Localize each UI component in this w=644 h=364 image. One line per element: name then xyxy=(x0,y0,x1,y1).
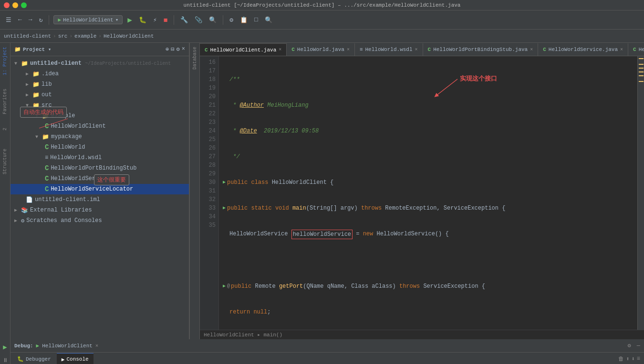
run-config-dropdown[interactable]: ▶ HelloWorldClient ▾ xyxy=(53,15,123,24)
tree-item-out[interactable]: ▶ 📁 out xyxy=(10,90,189,100)
tree-item-hwservice[interactable]: C HelloWorldService 这个很重要 xyxy=(10,173,189,184)
scroll-mark-3 xyxy=(639,68,644,69)
tree-item-lib[interactable]: ▶ 📁 lib xyxy=(10,79,189,90)
tab-label-wsdl: HelloWorld.wsdl xyxy=(365,47,413,52)
panel-label-2[interactable]: 2 xyxy=(2,128,8,131)
sidebar-actions: ⊕ ⊟ ⚙ × xyxy=(166,46,185,53)
editor-breadcrumb-text: HelloWorldClient ▸ main() xyxy=(204,332,282,338)
tree-item-stub[interactable]: C HelloWorldPortBindingStub xyxy=(10,163,189,173)
tab-close-hw[interactable]: × xyxy=(347,47,350,52)
tree-item-root[interactable]: ▼ 📁 untitled-client ~/IdeaProjects/untit… xyxy=(10,58,189,69)
arrow-21[interactable]: ▶ xyxy=(223,204,226,212)
minimize-button[interactable] xyxy=(12,2,18,8)
arrow-20[interactable]: ▶ xyxy=(223,178,226,187)
console-clear-btn[interactable]: 🗑 xyxy=(618,355,624,363)
tab-hwservice[interactable]: C HelloWorldService.java × xyxy=(538,43,628,56)
tree-item-ext-libs[interactable]: ▶ 📚 External Libraries xyxy=(10,205,189,215)
profile-button[interactable]: ⚡ xyxy=(151,15,159,25)
debug-panel-close[interactable]: — xyxy=(637,343,640,349)
extra-btn2[interactable]: 📋 xyxy=(238,15,249,25)
panel-label-favorites[interactable]: Favorites xyxy=(2,89,8,114)
code-line-17: * @Author MeiHongLiang xyxy=(223,101,634,110)
tree-item-mypackage[interactable]: ▼ 📁 mypackage xyxy=(10,131,189,142)
tab-icon-hw: C xyxy=(291,47,295,52)
tree-item-iml[interactable]: 📄 untitled-client.iml xyxy=(10,194,189,205)
window-title: untitled-client [~/IdeaProjects/untitled… xyxy=(184,2,461,8)
tab-locator[interactable]: C HelloWorldServiceL... xyxy=(628,43,644,56)
sync-button[interactable]: ↻ xyxy=(37,15,45,25)
sidebar-close-btn[interactable]: × xyxy=(182,46,185,53)
nav-forward-button[interactable]: → xyxy=(27,15,34,24)
tree-item-idea[interactable]: ▶ 📁 .idea xyxy=(10,69,189,79)
nav-back-button[interactable]: ← xyxy=(16,15,24,24)
tree-item-src[interactable]: ▼ 📁 src xyxy=(10,100,189,111)
tab-icon-locator: C xyxy=(633,47,636,52)
debug-panel-settings[interactable]: ⚙ xyxy=(628,342,631,349)
sidebar-collapse-btn[interactable]: ⊟ xyxy=(171,46,174,53)
arrow-24[interactable]: ▶ xyxy=(223,282,226,291)
maximize-button[interactable] xyxy=(21,2,27,8)
breadcrumb-example[interactable]: example xyxy=(74,33,96,39)
breadcrumb-src[interactable]: src xyxy=(58,33,68,39)
code-line-16: /** xyxy=(223,75,634,84)
tab-console[interactable]: ▶ Console xyxy=(57,353,93,364)
debug-session-name: HelloWorldClient xyxy=(42,343,93,349)
tab-debugger[interactable]: 🐛 Debugger xyxy=(12,353,56,364)
sidebar-locate-btn[interactable]: ⊕ xyxy=(166,46,169,53)
tree-item-locator[interactable]: C HelloWorldServiceLocator xyxy=(10,184,189,194)
debug-run-indicator[interactable]: ▶ xyxy=(3,343,7,351)
search-everywhere[interactable]: 🔍 xyxy=(207,15,218,25)
console-scroll-top[interactable]: ⬆ xyxy=(626,355,629,363)
breadcrumb-project[interactable]: untitled-client xyxy=(4,33,51,39)
panel-label-database[interactable]: Database xyxy=(192,47,197,70)
code-line-20: ▶ public class HelloWorldClient { xyxy=(223,178,634,187)
extra-btn1[interactable]: ⚙ xyxy=(228,15,235,25)
tree-item-example[interactable]: ▼ 📁 example xyxy=(10,111,189,121)
tab-label-locator: HelloWorldServiceL... xyxy=(639,47,644,52)
tab-helloworld[interactable]: C HelloWorld.java × xyxy=(287,43,355,56)
tab-icon-hwclient: C xyxy=(205,47,208,53)
editor-area: C HelloWorldClient.java × C HelloWorld.j… xyxy=(200,43,644,339)
run-config-icon: ▶ xyxy=(58,17,61,23)
right-scrollbar-marks xyxy=(637,56,644,339)
console-scroll-bottom[interactable]: ⬇ xyxy=(632,355,635,363)
tools-button[interactable]: 🔧 xyxy=(178,15,190,25)
title-bar: untitled-client [~/IdeaProjects/untitled… xyxy=(0,0,644,10)
editor-breadcrumb: HelloWorldClient ▸ main() xyxy=(200,330,644,339)
extra-btn4[interactable]: 🔍 xyxy=(263,15,274,25)
console-filter-btn[interactable]: ≡ xyxy=(637,355,640,363)
panel-label-structure[interactable]: Structure xyxy=(2,149,8,174)
debug-button[interactable]: 🐛 xyxy=(137,15,148,25)
tree-item-helloworld[interactable]: C HelloWorld xyxy=(10,142,189,152)
code-editor[interactable]: 实现这个接口 16 17 18 19 20 21 22 xyxy=(200,56,644,339)
debug-pause-btn[interactable]: ⏸ xyxy=(2,357,8,364)
stop-button[interactable]: ◼ xyxy=(162,15,169,25)
breadcrumb-file[interactable]: HelloWorldClient xyxy=(104,33,154,39)
panel-label-project[interactable]: 1: Project xyxy=(2,47,8,75)
tree-item-wsdl[interactable]: ≡ HelloWorld.wsdl xyxy=(10,152,189,163)
tree-item-hwclient[interactable]: C HelloWorldClient 自动生成的代码 xyxy=(10,121,189,131)
project-tree-toggle[interactable]: ☰ xyxy=(4,15,13,25)
tab-hwclient[interactable]: C HelloWorldClient.java × xyxy=(200,43,287,56)
close-button[interactable] xyxy=(4,2,10,8)
tab-close-hwservice[interactable]: × xyxy=(620,47,623,52)
tab-icon-hwservice: C xyxy=(543,47,546,52)
tab-close-wsdl[interactable]: × xyxy=(415,47,418,52)
tab-label-hw: HelloWorld.java xyxy=(297,47,344,52)
extra-btn3[interactable]: □ xyxy=(252,15,260,24)
scroll-mark-5 xyxy=(639,75,644,76)
attach-button[interactable]: 📎 xyxy=(193,15,204,25)
tab-wsdl[interactable]: ≡ HelloWorld.wsdl × xyxy=(355,43,423,56)
code-line-19: */ xyxy=(223,152,634,161)
tab-stub[interactable]: C HelloWorldPortBindingStub.java × xyxy=(423,43,539,56)
debug-session-close[interactable]: × xyxy=(95,343,99,349)
window-controls[interactable] xyxy=(4,2,27,8)
class-icon-hwservice: C xyxy=(45,175,49,182)
run-button[interactable]: ▶ xyxy=(125,14,134,26)
tab-close-stub[interactable]: × xyxy=(530,47,533,52)
sidebar-settings-btn[interactable]: ⚙ xyxy=(177,46,180,53)
folder-icon-example: 📁 xyxy=(42,112,49,120)
debug-session-icon[interactable]: ▶ xyxy=(36,343,40,349)
tab-close-hwclient[interactable]: × xyxy=(279,47,281,52)
tree-item-scratches[interactable]: ▶ ⚙ Scratches and Consoles xyxy=(10,215,189,226)
